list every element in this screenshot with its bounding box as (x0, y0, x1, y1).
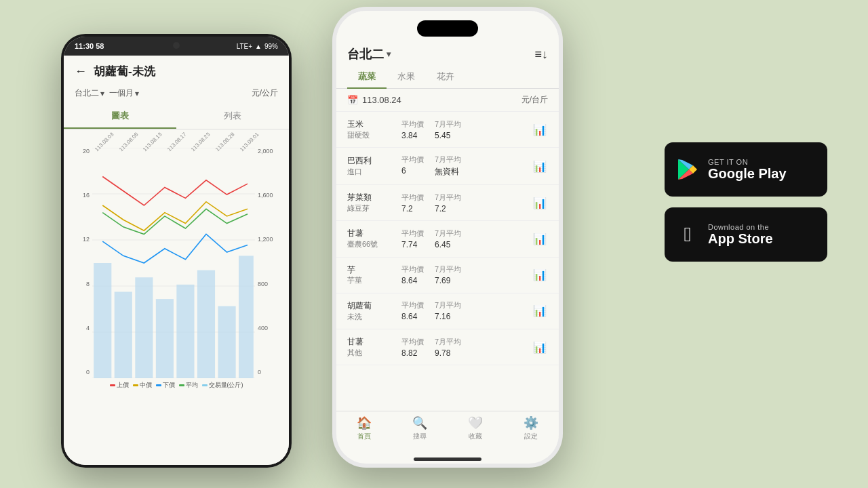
product-prices: 平均價 8.64 7月平均 7.16 (401, 300, 532, 321)
product-name: 甘薯 其他 (347, 336, 401, 358)
iphone-tab-bar: 蔬菜 水果 花卉 (336, 65, 559, 89)
chart-icon[interactable]: 📊 (532, 197, 548, 209)
product-prices: 平均價 8.82 7月平均 9.78 (401, 337, 532, 358)
chart-canvas: 201612840 (72, 148, 281, 378)
chart-icon[interactable]: 📊 (532, 160, 548, 173)
store-badges: GET IT ON Google Play  Download on the … (665, 142, 827, 262)
svg-rect-8 (135, 277, 153, 378)
product-name: 巴西利 進口 (347, 155, 401, 177)
nav-home[interactable]: 🏠 首頁 (336, 415, 392, 441)
iphone: 台北二 ▾ ≡↓ 蔬菜 水果 花卉 📅 113.08.24 元/台斤 (332, 7, 563, 468)
google-play-text: GET IT ON Google Play (708, 158, 787, 182)
legend-mid: 中價 (133, 381, 152, 390)
status-icons: LTE+ ▲ 99% (237, 43, 278, 50)
nav-search[interactable]: 🔍 搜尋 (392, 415, 448, 441)
product-name: 芋 芋莖 (347, 264, 401, 286)
bottom-nav: 🏠 首頁 🔍 搜尋 🤍 收藏 ⚙️ 設定 (336, 411, 559, 455)
svg-rect-11 (197, 270, 215, 378)
legend-volume: 交易量(公斤) (202, 381, 243, 390)
chart-icon[interactable]: 📊 (532, 268, 548, 281)
apple-icon:  (675, 222, 700, 247)
svg-rect-13 (239, 256, 254, 378)
svg-rect-10 (176, 285, 194, 378)
menu-icon[interactable]: ≡↓ (534, 47, 548, 62)
product-row[interactable]: 芋 芋莖 平均價 8.64 7月平均 7.69 📊 (336, 258, 559, 293)
chart-area: 113.08.03 113.08.08 113.08.13 113.08.17 … (64, 129, 289, 465)
date-display: 📅 113.08.24 (347, 95, 401, 105)
home-indicator (414, 458, 481, 461)
product-prices: 平均價 7.74 7月平均 6.45 (401, 228, 532, 249)
tab-list[interactable]: 列表 (176, 104, 289, 129)
product-row[interactable]: 胡蘿蔔 未洗 平均價 8.64 7月平均 7.16 📊 (336, 293, 559, 329)
gear-icon: ⚙️ (524, 415, 538, 430)
product-list: 玉米 甜硬殼 平均價 3.84 7月平均 5.45 📊 (336, 112, 559, 411)
product-name: 芽菜類 綠豆芽 (347, 192, 401, 214)
app-header: ← 胡蘿蔔-未洗 (64, 56, 289, 85)
chart-icon[interactable]: 📊 (532, 304, 548, 317)
y-axis-right: 2,0001,6001,2008004000 (255, 148, 281, 378)
tab-vegetables[interactable]: 蔬菜 (347, 65, 387, 88)
page-title: 胡蘿蔔-未洗 (94, 64, 155, 79)
back-button[interactable]: ← (75, 64, 87, 79)
tab-flowers[interactable]: 花卉 (426, 65, 465, 88)
unit-display: 元/台斤 (521, 94, 548, 106)
chart-icon[interactable]: 📊 (532, 341, 548, 354)
product-row[interactable]: 玉米 甜硬殼 平均價 3.84 7月平均 5.45 📊 (336, 112, 559, 148)
chart-icon[interactable]: 📊 (532, 123, 548, 136)
android-phone: 11:30 58 LTE+ ▲ 99% ← 胡蘿蔔-未洗 台北二 ▾ 一個月 ▾ (61, 34, 292, 468)
chart-legend: 上價 中價 下價 平均 (72, 378, 281, 392)
svg-rect-12 (218, 306, 235, 378)
product-name: 甘薯 臺農66號 (347, 228, 401, 249)
notch-bar (336, 11, 559, 41)
nav-settings[interactable]: ⚙️ 設定 (503, 415, 559, 441)
app-store-text: Download on the App Store (708, 223, 773, 247)
svg-rect-6 (94, 263, 111, 378)
tab-fruits[interactable]: 水果 (387, 65, 426, 88)
product-row[interactable]: 甘薯 其他 平均價 8.82 7月平均 9.78 📊 (336, 329, 559, 365)
home-icon: 🏠 (357, 415, 372, 430)
nav-favorites[interactable]: 🤍 收藏 (448, 415, 503, 441)
location-selector[interactable]: 台北二 ▾ 一個月 ▾ (75, 87, 139, 99)
svg-rect-7 (115, 292, 132, 379)
product-prices: 平均價 8.64 7月平均 7.69 (401, 264, 532, 285)
chart-plot (92, 148, 255, 378)
product-row[interactable]: 甘薯 臺農66號 平均價 7.74 7月平均 6.45 📊 (336, 221, 559, 257)
app-store-badge[interactable]:  Download on the App Store (665, 207, 827, 262)
chart-date-labels: 113.08.03 113.08.08 113.08.13 113.08.17 … (72, 135, 281, 145)
product-prices: 平均價 6 7月平均 無資料 (401, 155, 532, 178)
product-row[interactable]: 芽菜類 綠豆芽 平均價 7.2 7月平均 7.2 📊 (336, 185, 559, 221)
status-time: 11:30 58 (75, 42, 104, 50)
legend-avg: 平均 (179, 381, 198, 390)
product-row[interactable]: 巴西利 進口 平均價 6 7月平均 無資料 📊 (336, 148, 559, 185)
chart-tab-bar: 圖表 列表 (64, 104, 289, 129)
google-play-icon (675, 157, 700, 182)
heart-icon: 🤍 (468, 415, 483, 430)
market-title: 台北二 ▾ (347, 46, 391, 62)
legend-upper: 上價 (110, 381, 129, 390)
iphone-top-bar: 台北二 ▾ ≡↓ (336, 41, 559, 65)
legend-lower: 下價 (156, 381, 175, 390)
chart-icon[interactable]: 📊 (532, 232, 548, 245)
chevron-down-icon[interactable]: ▾ (387, 49, 391, 59)
search-icon: 🔍 (412, 415, 427, 430)
sub-header: 台北二 ▾ 一個月 ▾ 元/公斤 (64, 85, 289, 104)
y-axis-left: 201612840 (72, 148, 92, 378)
svg-rect-9 (156, 299, 174, 378)
product-prices: 平均價 7.2 7月平均 7.2 (401, 192, 532, 214)
product-prices: 平均價 3.84 7月平均 5.45 (401, 119, 532, 140)
camera-cutout (173, 42, 180, 49)
product-name: 玉米 甜硬殼 (347, 119, 401, 140)
date-row: 📅 113.08.24 元/台斤 (336, 89, 559, 112)
dynamic-island (417, 20, 478, 37)
tab-chart[interactable]: 圖表 (64, 104, 176, 129)
google-play-badge[interactable]: GET IT ON Google Play (665, 142, 827, 197)
product-name: 胡蘿蔔 未洗 (347, 300, 401, 322)
